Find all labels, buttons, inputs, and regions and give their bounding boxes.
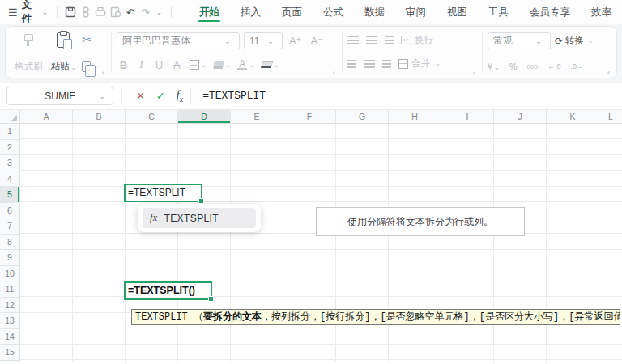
bold-button[interactable]: B — [117, 59, 130, 71]
hamburger-icon[interactable]: ☰ — [8, 6, 18, 19]
print-icon[interactable] — [93, 3, 108, 21]
copy-icon — [82, 61, 91, 72]
fill-color-button[interactable]: ⌄ — [212, 61, 232, 69]
align-right-icon[interactable] — [382, 60, 391, 68]
save-icon[interactable] — [63, 3, 78, 21]
font-size-select[interactable]: 11 ⌄ — [244, 32, 283, 49]
increase-decimal-button[interactable]: ←.0 — [547, 62, 561, 70]
row-header-3[interactable]: 3 — [0, 155, 19, 171]
align-top-icon[interactable] — [347, 36, 359, 44]
row-header-7[interactable]: 7 — [0, 218, 19, 235]
number-format-select[interactable]: 常规 ⌄ — [488, 32, 551, 49]
wrap-text-button[interactable]: ↩ 换行 — [401, 34, 433, 46]
history-chevron-icon[interactable]: ⌄ — [156, 8, 163, 16]
name-box-value: SUMIF — [45, 91, 75, 102]
paste-button[interactable]: 粘贴⌄ — [47, 30, 81, 74]
column-header-D[interactable]: D — [178, 110, 231, 123]
file-chevron-icon[interactable]: ⌄ — [42, 8, 49, 16]
align-center-icon[interactable] — [364, 60, 375, 68]
column-header-L[interactable]: L — [599, 110, 622, 123]
cells-area[interactable] — [20, 124, 622, 362]
column-header-H[interactable]: H — [389, 110, 441, 123]
name-box[interactable]: SUMIF ⌄ — [6, 87, 113, 105]
align-bottom-icon[interactable] — [385, 36, 394, 44]
tab-9[interactable]: 效率 — [581, 1, 622, 23]
strikethrough-button[interactable]: A — [170, 59, 184, 71]
column-header-F[interactable]: F — [283, 110, 336, 123]
row-header-10[interactable]: 10 — [0, 266, 19, 282]
row-header-9[interactable]: 9 — [0, 250, 19, 266]
dialog-launcher-icon[interactable]: ⌄ — [98, 68, 106, 76]
font-name-select[interactable]: 阿里巴巴普惠体 ⌄ — [117, 32, 240, 49]
copy-button[interactable]: ⌄ — [82, 61, 98, 72]
formula-input[interactable]: =TEXTSPLIT — [202, 90, 266, 102]
cut-copy-stack: ✂ ⌄ — [80, 30, 100, 74]
column-header-J[interactable]: J — [494, 110, 547, 123]
cell-c5-editing[interactable]: =TEXTSPLIT — [124, 184, 202, 202]
column-header-G[interactable]: G — [336, 110, 389, 123]
autocomplete-item-textsplit[interactable]: fx TEXTSPLIT — [143, 208, 256, 228]
cancel-icon[interactable]: ✕ — [130, 90, 151, 102]
tab-3[interactable]: 公式 — [313, 1, 354, 23]
row-header-6[interactable]: 6 — [0, 203, 19, 219]
column-header-B[interactable]: B — [73, 110, 126, 123]
row-header-15[interactable]: 15 — [0, 345, 19, 361]
column-header-I[interactable]: I — [441, 110, 494, 123]
row-header-1[interactable]: 1 — [0, 124, 19, 140]
decrease-font-button[interactable]: A⁻ — [308, 35, 326, 47]
column-header-C[interactable]: C — [126, 110, 178, 123]
italic-button[interactable]: I — [134, 58, 148, 71]
chevron-down-icon: ⌄ — [249, 61, 254, 69]
function-autocomplete-popup: fx TEXTSPLIT — [138, 204, 261, 232]
tab-6[interactable]: 视图 — [437, 1, 478, 23]
undo-icon[interactable]: ↶ — [123, 3, 138, 21]
tab-2[interactable]: 页面 — [271, 1, 313, 23]
wps-spreadsheet-window: ☰ 文件 ⌄ ↶ ↷ ⌄ 开始插入页面公式数据审阅视图工具会员专享效率 格式 — [0, 0, 622, 364]
tab-0[interactable]: 开始 — [189, 1, 230, 23]
link-icon[interactable] — [78, 3, 92, 21]
column-header-E[interactable]: E — [231, 110, 283, 123]
row-header-11[interactable]: 11 — [0, 281, 19, 298]
percent-button[interactable]: % — [509, 61, 518, 71]
row-header-12[interactable]: 12 — [0, 298, 19, 314]
tab-8[interactable]: 会员专享 — [519, 1, 581, 23]
format-painter-label: 格式刷 — [15, 61, 43, 73]
tab-7[interactable]: 工具 — [478, 1, 519, 23]
align-middle-icon[interactable] — [366, 36, 377, 44]
underline-button[interactable]: U — [152, 59, 166, 71]
format-painter-button[interactable]: 格式刷 — [11, 30, 47, 74]
tab-4[interactable]: 数据 — [354, 1, 395, 23]
row-header-5[interactable]: 5 — [0, 187, 19, 203]
borders-button[interactable]: ⌄ — [188, 60, 208, 70]
font-color-button[interactable]: A⌄ — [236, 60, 256, 70]
cell-c11-editing[interactable]: =TEXTSPLIT() — [124, 281, 212, 300]
decrease-decimal-button[interactable]: .0→ — [570, 62, 584, 70]
cut-icon[interactable]: ✂ — [82, 33, 98, 46]
row-header-2[interactable]: 2 — [0, 140, 19, 156]
convert-button[interactable]: ⟳ 转换 ⌄ — [555, 35, 594, 47]
eraser-button[interactable]: ⌄ — [260, 61, 281, 69]
row-header-13[interactable]: 13 — [0, 313, 19, 329]
column-header-K[interactable]: K — [547, 110, 599, 123]
row-header-14[interactable]: 14 — [0, 329, 19, 345]
insert-function-icon[interactable]: fx — [171, 89, 189, 104]
function-description-tooltip: 使用分隔符将文本拆分为行或列。 — [316, 207, 525, 236]
row-header-8[interactable]: 8 — [0, 235, 19, 251]
currency-button[interactable]: ¥⌄ — [488, 61, 500, 71]
redo-icon[interactable]: ↷ — [138, 3, 152, 21]
row-header-4[interactable]: 4 — [0, 171, 19, 188]
column-header-A[interactable]: A — [20, 110, 73, 123]
select-all-corner[interactable] — [0, 110, 20, 124]
confirm-icon[interactable]: ✓ — [151, 90, 171, 102]
align-left-icon[interactable] — [347, 60, 356, 68]
format-painter-icon — [22, 32, 35, 47]
tab-1[interactable]: 插入 — [230, 1, 271, 23]
print-preview-icon[interactable] — [108, 3, 122, 21]
tab-5[interactable]: 审阅 — [395, 1, 437, 23]
increase-font-button[interactable]: A⁺ — [287, 35, 305, 47]
file-menu[interactable]: 文件 — [22, 0, 39, 26]
merge-cells-button[interactable]: 合并 ⌄ — [398, 57, 441, 70]
fx-icon: fx — [150, 212, 157, 224]
function-signature-tooltip: TEXTSPLIT （要拆分的文本，按列拆分，[按行拆分]，[是否忽略空单元格]… — [131, 309, 620, 325]
thousands-button[interactable]: 000 — [527, 63, 538, 70]
